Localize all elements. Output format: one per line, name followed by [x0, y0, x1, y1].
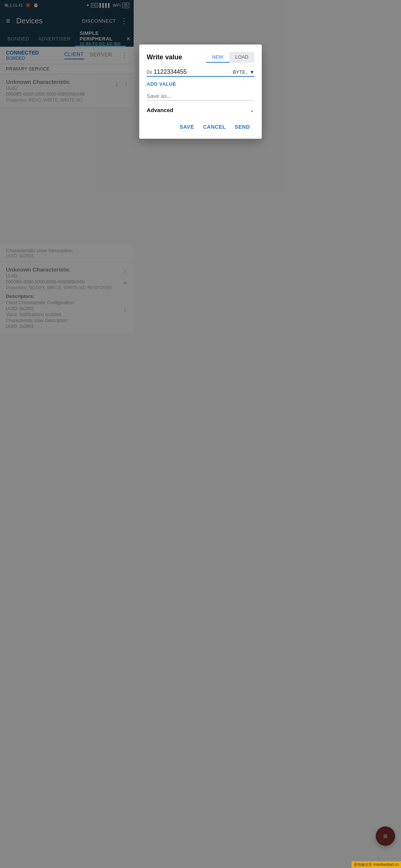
- dialog-overlay: Write value NEW LOAD 0x BYTE.. ▼ ADD VAL…: [0, 0, 134, 333]
